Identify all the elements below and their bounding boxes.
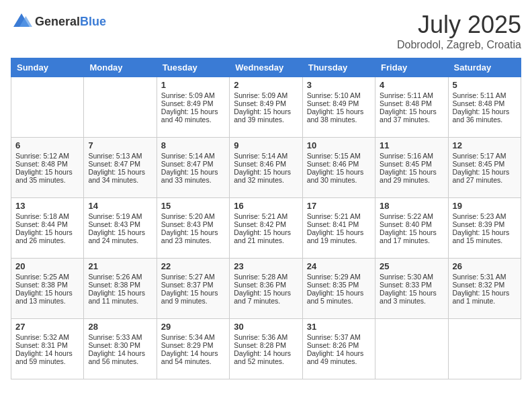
daylight-text: Daylight: 15 hours and 38 minutes. <box>307 107 371 124</box>
day-number: 14 <box>88 201 152 211</box>
page-header: GeneralBlue July 2025 Dobrodol, Zagreb, … <box>11 11 521 51</box>
day-number: 20 <box>15 261 79 271</box>
calendar-cell: 22Sunrise: 5:27 AMSunset: 8:37 PMDayligh… <box>157 259 229 319</box>
daylight-text: Daylight: 14 hours and 54 minutes. <box>161 349 225 365</box>
calendar-cell: 10Sunrise: 5:15 AMSunset: 8:46 PMDayligh… <box>302 138 375 198</box>
day-number: 25 <box>380 261 443 271</box>
sunrise-text: Sunrise: 5:31 AM <box>453 273 517 281</box>
day-number: 30 <box>234 322 298 332</box>
title-block: July 2025 Dobrodol, Zagreb, Croatia <box>397 11 521 51</box>
week-row: 27Sunrise: 5:32 AMSunset: 8:31 PMDayligh… <box>11 319 521 379</box>
day-number: 9 <box>234 140 298 150</box>
daylight-text: Daylight: 15 hours and 24 minutes. <box>88 228 152 244</box>
sunrise-text: Sunrise: 5:25 AM <box>15 273 79 281</box>
sunrise-text: Sunrise: 5:19 AM <box>88 212 152 220</box>
day-number: 3 <box>307 80 371 90</box>
daylight-text: Daylight: 15 hours and 9 minutes. <box>161 289 225 305</box>
day-number: 22 <box>161 261 225 271</box>
calendar-cell: 26Sunrise: 5:31 AMSunset: 8:32 PMDayligh… <box>448 259 521 319</box>
sunset-text: Sunset: 8:44 PM <box>15 220 79 228</box>
sunset-text: Sunset: 8:38 PM <box>15 281 79 289</box>
day-number: 4 <box>380 80 443 90</box>
sunrise-text: Sunrise: 5:34 AM <box>161 333 225 341</box>
daylight-text: Daylight: 15 hours and 7 minutes. <box>234 289 298 305</box>
location-title: Dobrodol, Zagreb, Croatia <box>397 39 521 51</box>
sunset-text: Sunset: 8:47 PM <box>161 160 225 168</box>
sunset-text: Sunset: 8:41 PM <box>307 220 371 228</box>
sunrise-text: Sunrise: 5:36 AM <box>234 333 298 341</box>
daylight-text: Daylight: 14 hours and 49 minutes. <box>307 349 371 365</box>
logo-text-general: General <box>35 15 80 28</box>
calendar-cell: 16Sunrise: 5:21 AMSunset: 8:42 PMDayligh… <box>230 198 302 259</box>
sunset-text: Sunset: 8:48 PM <box>15 160 79 168</box>
calendar-cell: 19Sunrise: 5:23 AMSunset: 8:39 PMDayligh… <box>448 198 521 259</box>
daylight-text: Daylight: 15 hours and 40 minutes. <box>161 107 225 124</box>
sunrise-text: Sunrise: 5:14 AM <box>161 152 225 160</box>
sunset-text: Sunset: 8:47 PM <box>88 160 152 168</box>
daylight-text: Daylight: 15 hours and 5 minutes. <box>307 289 371 305</box>
day-number: 7 <box>88 140 152 150</box>
day-number: 13 <box>15 201 79 211</box>
calendar-cell: 6Sunrise: 5:12 AMSunset: 8:48 PMDaylight… <box>11 138 84 198</box>
sunrise-text: Sunrise: 5:22 AM <box>380 212 443 220</box>
week-row: 13Sunrise: 5:18 AMSunset: 8:44 PMDayligh… <box>11 198 521 259</box>
sunrise-text: Sunrise: 5:21 AM <box>234 212 298 220</box>
sunset-text: Sunset: 8:43 PM <box>161 220 225 228</box>
daylight-text: Daylight: 15 hours and 29 minutes. <box>380 168 443 184</box>
sunset-text: Sunset: 8:49 PM <box>161 99 225 107</box>
sunset-text: Sunset: 8:39 PM <box>453 220 517 228</box>
sunset-text: Sunset: 8:48 PM <box>380 99 443 107</box>
daylight-text: Daylight: 14 hours and 59 minutes. <box>15 349 79 365</box>
sunset-text: Sunset: 8:43 PM <box>88 220 152 228</box>
daylight-text: Daylight: 15 hours and 11 minutes. <box>88 289 152 305</box>
week-row: 1Sunrise: 5:09 AMSunset: 8:49 PMDaylight… <box>11 77 521 138</box>
sunset-text: Sunset: 8:49 PM <box>234 99 298 107</box>
calendar-cell: 24Sunrise: 5:29 AMSunset: 8:35 PMDayligh… <box>302 259 375 319</box>
daylight-text: Daylight: 15 hours and 17 minutes. <box>380 228 443 244</box>
day-number: 17 <box>307 201 371 211</box>
sunrise-text: Sunrise: 5:27 AM <box>161 273 225 281</box>
day-number: 24 <box>307 261 371 271</box>
sunrise-text: Sunrise: 5:14 AM <box>234 152 298 160</box>
weekday-header: Thursday <box>302 58 375 77</box>
calendar-cell <box>11 77 84 138</box>
calendar-cell: 30Sunrise: 5:36 AMSunset: 8:28 PMDayligh… <box>230 319 302 379</box>
daylight-text: Daylight: 15 hours and 23 minutes. <box>161 228 225 244</box>
sunrise-text: Sunrise: 5:15 AM <box>307 152 371 160</box>
day-number: 1 <box>161 80 225 90</box>
sunset-text: Sunset: 8:31 PM <box>15 341 79 349</box>
daylight-text: Daylight: 15 hours and 30 minutes. <box>307 168 371 184</box>
calendar-cell: 11Sunrise: 5:16 AMSunset: 8:45 PMDayligh… <box>375 138 448 198</box>
sunrise-text: Sunrise: 5:09 AM <box>234 91 298 99</box>
logo-icon <box>11 11 32 32</box>
sunset-text: Sunset: 8:45 PM <box>453 160 517 168</box>
sunrise-text: Sunrise: 5:21 AM <box>307 212 371 220</box>
logo-text-blue: Blue <box>80 15 106 28</box>
calendar-cell: 20Sunrise: 5:25 AMSunset: 8:38 PMDayligh… <box>11 259 84 319</box>
calendar-cell: 5Sunrise: 5:11 AMSunset: 8:48 PMDaylight… <box>448 77 521 138</box>
calendar-cell: 9Sunrise: 5:14 AMSunset: 8:46 PMDaylight… <box>230 138 302 198</box>
daylight-text: Daylight: 15 hours and 3 minutes. <box>380 289 443 305</box>
calendar-cell <box>448 319 521 379</box>
day-number: 2 <box>234 80 298 90</box>
daylight-text: Daylight: 15 hours and 34 minutes. <box>88 168 152 184</box>
day-number: 23 <box>234 261 298 271</box>
sunrise-text: Sunrise: 5:32 AM <box>15 333 79 341</box>
sunset-text: Sunset: 8:37 PM <box>161 281 225 289</box>
daylight-text: Daylight: 15 hours and 32 minutes. <box>234 168 298 184</box>
calendar-cell: 4Sunrise: 5:11 AMSunset: 8:48 PMDaylight… <box>375 77 448 138</box>
calendar-cell: 27Sunrise: 5:32 AMSunset: 8:31 PMDayligh… <box>11 319 84 379</box>
sunrise-text: Sunrise: 5:18 AM <box>15 212 79 220</box>
calendar-cell: 12Sunrise: 5:17 AMSunset: 8:45 PMDayligh… <box>448 138 521 198</box>
weekday-header-row: SundayMondayTuesdayWednesdayThursdayFrid… <box>11 58 521 77</box>
sunrise-text: Sunrise: 5:28 AM <box>234 273 298 281</box>
sunset-text: Sunset: 8:35 PM <box>307 281 371 289</box>
weekday-header: Wednesday <box>230 58 302 77</box>
day-number: 29 <box>161 322 225 332</box>
daylight-text: Daylight: 15 hours and 37 minutes. <box>380 107 443 124</box>
day-number: 15 <box>161 201 225 211</box>
calendar-cell: 2Sunrise: 5:09 AMSunset: 8:49 PMDaylight… <box>230 77 302 138</box>
sunset-text: Sunset: 8:28 PM <box>234 341 298 349</box>
calendar-cell <box>84 77 157 138</box>
sunset-text: Sunset: 8:42 PM <box>234 220 298 228</box>
